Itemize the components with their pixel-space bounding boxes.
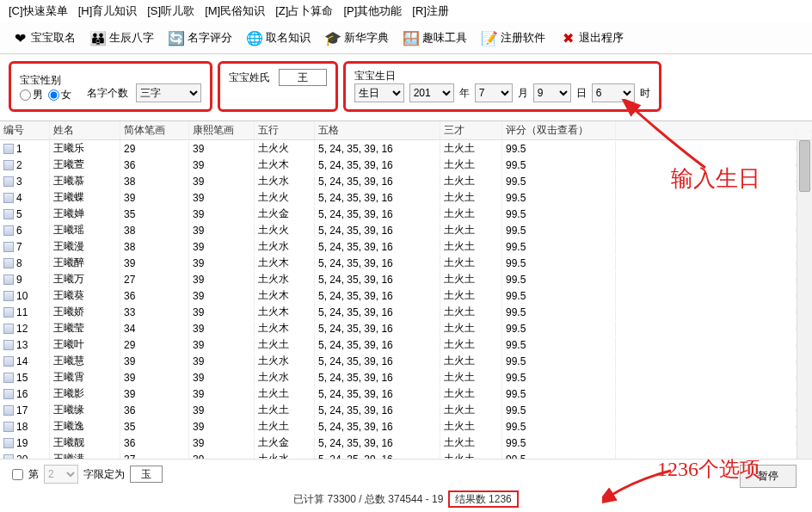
tb-knowledge[interactable]: 🌐取名知识: [240, 25, 317, 51]
table-row[interactable]: 12王曦莹3439土火木5, 24, 35, 39, 16土火土99.5: [0, 320, 812, 336]
tb-bazi[interactable]: 👪生辰八字: [83, 25, 160, 51]
row-icon: [3, 438, 14, 448]
row-icon: [3, 209, 14, 219]
row-icon: [3, 422, 14, 432]
row-icon: [3, 324, 14, 334]
birthday-title: 宝宝生日: [354, 69, 396, 83]
windows-icon: 🪟: [403, 29, 420, 46]
panel-birthday: 宝宝生日 生日 201年 7月 9日 6时: [343, 61, 661, 112]
progress-text: 已计算 73300 / 总数 374544 - 19: [293, 493, 443, 505]
name-count-title: 名字个数: [87, 86, 128, 101]
surname-input[interactable]: [279, 69, 327, 86]
menu-item[interactable]: [Z]占卜算命: [272, 2, 336, 21]
table-row[interactable]: 19王曦靓3639土火金5, 24, 35, 39, 16土火土99.5: [0, 435, 812, 451]
tb-fun-tools[interactable]: 🪟趣味工具: [397, 25, 473, 51]
graduate-icon: 🎓: [324, 29, 341, 46]
menu-item[interactable]: [S]听儿歌: [144, 2, 198, 21]
table-row[interactable]: 10王曦葵3639土火木5, 24, 35, 39, 16土火土99.5: [0, 287, 812, 304]
limit-char-input[interactable]: [130, 466, 163, 483]
heart-icon: ❤: [11, 29, 28, 46]
table-row[interactable]: 1王曦乐2939土火火5, 24, 35, 39, 16土火土99.5: [0, 140, 812, 157]
birthday-hour-select[interactable]: 6: [592, 83, 635, 102]
menu-item[interactable]: [H]育儿知识: [75, 2, 141, 21]
tb-score[interactable]: 🔄名字评分: [162, 25, 238, 51]
birthday-month-select[interactable]: 7: [475, 83, 513, 102]
limit-pos-select[interactable]: 2: [44, 465, 78, 484]
col-wuge[interactable]: 五格: [315, 121, 440, 139]
col-name[interactable]: 姓名: [50, 121, 120, 139]
table-row[interactable]: 16王曦影3939土火土5, 24, 35, 39, 16土火土99.5: [0, 386, 812, 402]
surname-title: 宝宝姓氏: [229, 71, 270, 85]
table-body[interactable]: 1王曦乐2939土火火5, 24, 35, 39, 16土火土99.52王曦萱3…: [0, 140, 812, 465]
row-icon: [3, 176, 14, 187]
refresh-icon: 🔄: [168, 29, 185, 46]
table-row[interactable]: 4王曦蝶3939土火火5, 24, 35, 39, 16土火土99.5: [0, 189, 812, 206]
panel-surname: 宝宝姓氏: [218, 61, 337, 112]
row-icon: [3, 242, 14, 252]
birthday-type-select[interactable]: 生日: [354, 83, 404, 102]
col-sancai[interactable]: 三才: [440, 121, 502, 139]
pause-button[interactable]: 暂停: [740, 465, 797, 488]
table-row[interactable]: 7王曦漫3839土火水5, 24, 35, 39, 16土火土99.5: [0, 238, 812, 255]
col-num[interactable]: 编号: [0, 121, 50, 139]
tb-baby-naming[interactable]: ❤宝宝取名: [5, 25, 82, 51]
row-icon: [3, 193, 14, 203]
menu-bar: [C]快速菜单 [H]育儿知识 [S]听儿歌 [M]民俗知识 [Z]占卜算命 […: [0, 0, 812, 22]
tb-exit[interactable]: ✖退出程序: [553, 25, 630, 51]
table-row[interactable]: 3王曦慕3839土火水5, 24, 35, 39, 16土火土99.5: [0, 173, 812, 189]
table-row[interactable]: 13王曦叶2939土火土5, 24, 35, 39, 16土火土99.5: [0, 336, 812, 353]
tb-dictionary[interactable]: 🎓新华字典: [318, 25, 395, 51]
toolbar: ❤宝宝取名 👪生辰八字 🔄名字评分 🌐取名知识 🎓新华字典 🪟趣味工具 📝注册软…: [0, 22, 812, 54]
scrollbar-thumb[interactable]: [799, 140, 810, 192]
row-icon: [3, 340, 14, 350]
row-icon: [3, 356, 14, 367]
col-wuxing[interactable]: 五行: [255, 121, 315, 139]
birthday-day-select[interactable]: 9: [533, 83, 571, 102]
close-icon: ✖: [559, 29, 576, 46]
row-icon: [3, 258, 14, 268]
table-row[interactable]: 14王曦慧3939土火水5, 24, 35, 39, 16土火土99.5: [0, 353, 812, 369]
birthday-year-select[interactable]: 201: [409, 83, 454, 102]
row-icon: [3, 389, 14, 399]
scrollbar[interactable]: [797, 140, 812, 464]
panels-row: 宝宝性别 男 女 名字个数 三字 宝宝姓氏 宝宝生日 生日 201年 7月 9日…: [0, 54, 812, 120]
row-icon: [3, 144, 14, 154]
name-count-select[interactable]: 三字: [136, 83, 201, 102]
col-score[interactable]: 评分（双击查看）: [502, 121, 616, 139]
row-icon: [3, 291, 14, 301]
family-icon: 👪: [89, 29, 107, 46]
row-icon: [3, 373, 14, 383]
menu-item[interactable]: [R]注册: [409, 2, 452, 21]
gender-title: 宝宝性别: [20, 73, 61, 88]
table-row[interactable]: 6王曦瑶3839土火火5, 24, 35, 39, 16土火土99.5: [0, 222, 812, 238]
menu-item[interactable]: [C]快速菜单: [5, 2, 71, 21]
table-row[interactable]: 15王曦霄3939土火水5, 24, 35, 39, 16土火土99.5: [0, 369, 812, 386]
row-icon: [3, 405, 14, 416]
tb-register[interactable]: 📝注册软件: [475, 25, 551, 51]
table-row[interactable]: 17王曦缘3639土火土5, 24, 35, 39, 16土火土99.5: [0, 402, 812, 418]
menu-item[interactable]: [P]其他功能: [340, 2, 405, 21]
globe-icon: 🌐: [246, 29, 263, 46]
table-row[interactable]: 8王曦醉3939土火木5, 24, 35, 39, 16土火土99.5: [0, 255, 812, 271]
col-kangxi[interactable]: 康熙笔画: [189, 121, 255, 139]
results-table: 编号 姓名 简体笔画 康熙笔画 五行 五格 三才 评分（双击查看） 1王曦乐29…: [0, 120, 812, 465]
footer: 第 2 字限定为 暂停 已计算 73300 / 总数 374544 - 19 结…: [0, 459, 812, 512]
table-row[interactable]: 18王曦逸3539土火土5, 24, 35, 39, 16土火土99.5: [0, 418, 812, 435]
col-simp[interactable]: 简体笔画: [120, 121, 189, 139]
panel-gender: 宝宝性别 男 女 名字个数 三字: [9, 61, 212, 112]
radio-male[interactable]: 男: [20, 88, 43, 102]
limit-checkbox[interactable]: [12, 469, 23, 480]
row-icon: [3, 225, 14, 236]
table-row[interactable]: 2王曦萱3639土火木5, 24, 35, 39, 16土火土99.5: [0, 157, 812, 173]
note-icon: 📝: [481, 29, 498, 46]
result-count-box: 结果数 1236: [448, 490, 519, 508]
radio-female[interactable]: 女: [48, 88, 71, 102]
row-icon: [3, 275, 14, 285]
table-row[interactable]: 5王曦婵3539土火金5, 24, 35, 39, 16土火土99.5: [0, 206, 812, 222]
table-header: 编号 姓名 简体笔画 康熙笔画 五行 五格 三才 评分（双击查看）: [0, 121, 812, 140]
table-row[interactable]: 11王曦娇3339土火木5, 24, 35, 39, 16土火土99.5: [0, 304, 812, 320]
row-icon: [3, 307, 14, 318]
row-icon: [3, 160, 14, 170]
menu-item[interactable]: [M]民俗知识: [201, 2, 268, 21]
table-row[interactable]: 9王曦万2739土火水5, 24, 35, 39, 16土火土99.5: [0, 271, 812, 287]
